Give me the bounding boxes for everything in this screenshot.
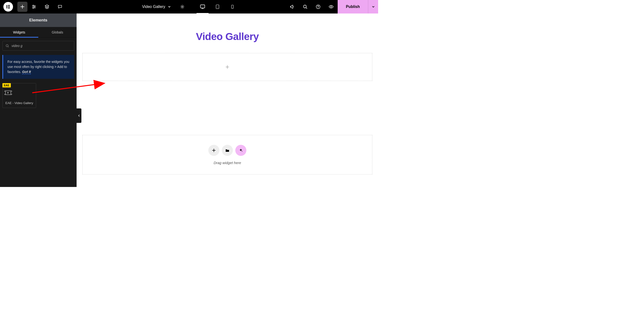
topbar: Video Gallery [0,0,378,14]
page-settings-button[interactable] [176,0,189,14]
search-box[interactable] [2,41,74,51]
folder-icon [225,148,230,153]
svg-point-7 [182,6,183,8]
tab-widgets-label: Widgets [13,30,25,34]
topbar-left [0,0,66,14]
tip-text: For easy access, favorite the widgets yo… [8,60,69,74]
whatsnew-button[interactable] [286,0,299,14]
elementor-logo-icon [6,5,10,9]
plus-icon [20,4,25,9]
drop-zone-widget[interactable]: Drag widget here [82,135,372,174]
add-section-button[interactable] [208,145,220,156]
sidebar-header: Elements [0,14,76,27]
plus-icon [225,65,230,69]
favorites-tip: For easy access, favorite the widgets yo… [2,55,74,79]
svg-point-6 [33,8,34,9]
sliders-icon [32,4,36,9]
drop-zone-add[interactable] [82,53,372,81]
svg-point-17 [6,45,8,47]
search-input[interactable] [12,44,71,48]
svg-point-13 [304,5,306,8]
eye-icon [328,4,334,10]
elementor-logo[interactable] [3,2,13,12]
tablet-icon [215,4,220,9]
drag-hint-text: Drag widget here [214,161,241,165]
publish-button[interactable]: Publish [338,0,368,14]
tab-widgets[interactable]: Widgets [0,27,38,37]
device-mobile-button[interactable] [225,0,240,14]
svg-rect-0 [6,5,7,9]
help-button[interactable] [312,0,325,14]
svg-point-4 [33,5,34,6]
canvas-heading: Video Gallery [76,31,378,42]
widget-badge: EAE [2,83,11,88]
device-tablet-button[interactable] [210,0,225,14]
topbar-center: Video Gallery [138,0,240,14]
svg-rect-8 [200,5,205,8]
device-switcher [195,0,240,14]
sidebar-tabs: Widgets Globals [0,27,76,38]
svg-rect-2 [8,7,10,7]
ai-button[interactable] [235,145,246,156]
search-icon [303,4,308,9]
page-title-dropdown[interactable]: Video Gallery [138,5,175,9]
settings-button[interactable] [28,0,40,14]
megaphone-icon [290,4,294,9]
layers-icon [44,4,49,9]
chevron-left-icon [78,114,80,117]
drop-zone-buttons [208,145,246,156]
svg-point-19 [242,151,242,151]
page-title-label: Video Gallery [142,5,165,9]
publish-label: Publish [346,5,360,9]
tab-globals-label: Globals [52,30,63,34]
chevron-down-icon [168,5,171,9]
sparkle-icon [239,148,243,153]
svg-point-16 [330,6,332,8]
svg-rect-1 [8,5,10,6]
chat-icon [58,4,62,9]
plus-icon [212,148,216,153]
widget-video-gallery[interactable]: EAE EAE - Video Gallery [2,83,36,108]
sidebar-collapse-toggle[interactable] [76,108,82,123]
sidebar-title: Elements [29,18,48,23]
svg-point-10 [217,8,218,9]
preview-button[interactable] [325,0,338,14]
publish-options-button[interactable] [368,0,378,14]
device-desktop-button[interactable] [195,0,210,14]
add-element-button[interactable] [17,2,28,12]
structure-button[interactable] [40,0,54,14]
sidebar: Elements Widgets Globals For easy access… [0,14,76,187]
gear-icon [180,4,185,9]
chevron-down-icon [372,5,375,9]
search-icon [6,44,9,48]
svg-point-12 [232,8,232,8]
canvas: Video Gallery Drag [76,14,378,187]
mobile-icon [230,5,234,9]
svg-rect-3 [8,8,10,9]
notes-button[interactable] [54,0,66,14]
finder-button[interactable] [299,0,312,14]
search-container [0,38,76,54]
help-icon [316,4,320,9]
topbar-right: Publish [286,0,378,14]
svg-point-5 [34,6,35,7]
tab-globals[interactable]: Globals [38,27,76,37]
desktop-icon [200,4,205,10]
video-gallery-icon [4,90,34,95]
add-template-button[interactable] [222,145,233,156]
tip-gotit-link[interactable]: Got It [22,70,31,74]
svg-point-15 [318,8,318,8]
widget-label: EAE - Video Gallery [4,101,34,105]
